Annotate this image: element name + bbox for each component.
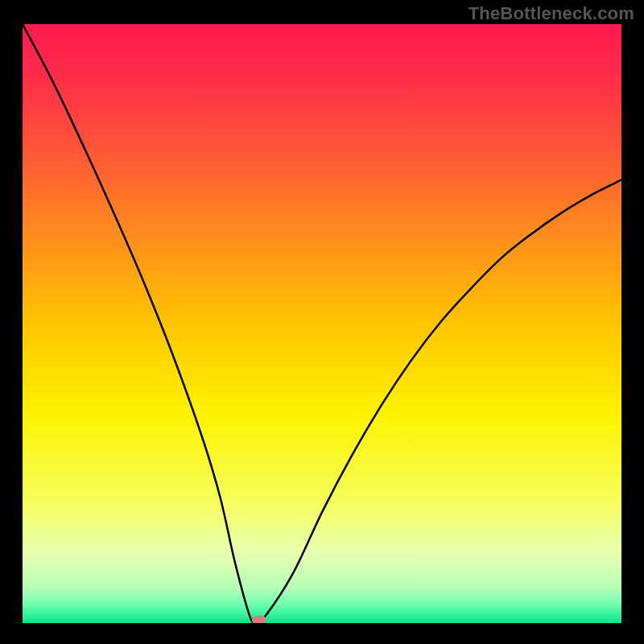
chart-svg	[23, 24, 621, 623]
chart-frame: TheBottleneck.com	[0, 0, 644, 644]
gradient-background	[23, 24, 621, 623]
optimal-marker	[252, 616, 266, 623]
watermark-text: TheBottleneck.com	[469, 3, 634, 24]
plot-area	[23, 24, 621, 623]
